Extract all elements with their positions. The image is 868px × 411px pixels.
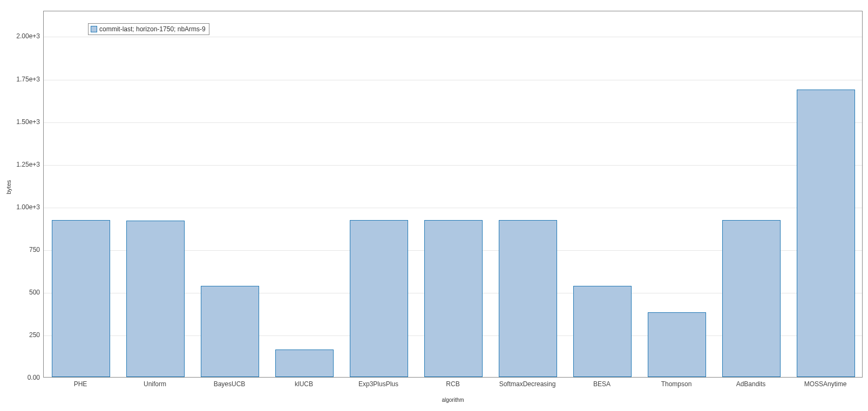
x-tick-label: RCB: [446, 380, 459, 388]
bar-klUCB[interactable]: [275, 350, 334, 377]
x-tick-label: SoftmaxDecreasing: [499, 380, 556, 388]
y-tick-label: 1.75e+3: [8, 76, 40, 83]
plot-area: commit-last; horizon-1750; nbArms-9: [43, 11, 863, 378]
x-tick-label: klUCB: [295, 380, 313, 388]
bar-RCB[interactable]: [424, 220, 483, 377]
bar-Thompson[interactable]: [648, 312, 706, 377]
bar-SoftmaxDecreasing[interactable]: [499, 220, 557, 377]
y-tick-label: 250: [8, 331, 40, 339]
x-tick-label: MOSSAnytime: [804, 380, 847, 388]
x-tick-label: BESA: [593, 380, 611, 388]
legend-label: commit-last; horizon-1750; nbArms-9: [99, 25, 206, 33]
y-tick-label: 1.00e+3: [8, 203, 40, 211]
bar-MOSSAnytime[interactable]: [797, 90, 855, 377]
x-tick-label: BayesUCB: [214, 380, 246, 388]
legend-swatch-icon: [91, 26, 97, 32]
bar-Exp3PlusPlus[interactable]: [350, 220, 408, 377]
x-tick-label: Thompson: [661, 380, 692, 388]
y-tick-label: 500: [8, 289, 40, 296]
bar-BayesUCB[interactable]: [201, 286, 259, 377]
chart-container: commit-last; horizon-1750; nbArms-9 0.00…: [0, 0, 868, 411]
y-tick-label: 1.25e+3: [8, 161, 40, 168]
y-tick-label: 2.00e+3: [8, 32, 40, 40]
bar-AdBandits[interactable]: [722, 220, 781, 377]
x-tick-label: Exp3PlusPlus: [358, 380, 398, 388]
legend: commit-last; horizon-1750; nbArms-9: [88, 23, 209, 35]
y-tick-label: 0.00: [8, 374, 40, 381]
x-axis-title: algorithm: [43, 397, 863, 403]
y-axis-title: bytes: [5, 180, 12, 194]
bars-group: [44, 11, 862, 377]
bar-PHE[interactable]: [52, 220, 110, 377]
bar-BESA[interactable]: [573, 286, 632, 377]
bar-Uniform[interactable]: [126, 221, 185, 377]
y-tick-label: 1.50e+3: [8, 118, 40, 126]
x-tick-label: Uniform: [144, 380, 166, 388]
y-tick-label: 750: [8, 246, 40, 254]
x-tick-label: PHE: [74, 380, 87, 388]
x-tick-label: AdBandits: [736, 380, 766, 388]
